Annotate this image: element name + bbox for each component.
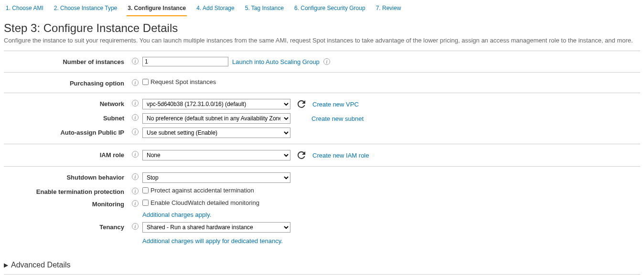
tab-choose-ami[interactable]: 1. Choose AMI (5, 3, 44, 16)
monitoring-checkbox[interactable] (142, 200, 149, 206)
create-vpc-link[interactable]: Create new VPC (312, 101, 359, 108)
label-shutdown-behavior: Shutdown behavior (4, 172, 128, 181)
number-of-instances-input[interactable] (142, 57, 228, 66)
label-iam-role: IAM role (4, 150, 128, 159)
info-icon[interactable]: i (132, 128, 139, 135)
page-description: Configure the instance to suit your requ… (4, 37, 640, 44)
monitoring-label[interactable]: Enable CloudWatch detailed monitoring (142, 199, 259, 206)
info-icon[interactable]: i (323, 58, 330, 65)
tab-configure-instance[interactable]: 3. Configure Instance (127, 3, 187, 16)
create-subnet-link[interactable]: Create new subnet (311, 115, 364, 122)
info-icon[interactable]: i (132, 223, 139, 230)
info-icon[interactable]: i (132, 100, 139, 107)
termination-protection-checkbox[interactable] (142, 187, 149, 193)
tenancy-select[interactable]: Shared - Run a shared hardware instance (142, 222, 290, 233)
info-icon[interactable]: i (132, 79, 139, 86)
info-icon[interactable]: i (132, 173, 139, 180)
iam-role-select[interactable]: None (142, 150, 290, 160)
label-auto-assign-ip: Auto-assign Public IP (4, 128, 128, 136)
label-tenancy: Tenancy (4, 222, 128, 231)
spot-instances-checkbox[interactable] (142, 79, 149, 85)
info-icon[interactable]: i (132, 188, 139, 194)
label-subnet: Subnet (4, 113, 128, 122)
tab-tag-instance[interactable]: 5. Tag Instance (244, 3, 285, 16)
info-icon[interactable]: i (132, 200, 139, 207)
termination-protection-label[interactable]: Protect against accidental termination (142, 187, 254, 194)
shutdown-behavior-select[interactable]: Stop (142, 172, 290, 183)
tab-review[interactable]: 7. Review (375, 3, 402, 16)
info-icon[interactable]: i (132, 58, 139, 64)
tab-choose-instance-type[interactable]: 2. Choose Instance Type (53, 3, 118, 16)
tenancy-charges-link[interactable]: Additional charges will apply for dedica… (142, 237, 283, 245)
network-select[interactable]: vpc-5d640b38 (172.31.0.0/16) (default) (142, 99, 290, 109)
label-network: Network (4, 99, 128, 107)
monitoring-charges-link[interactable]: Additional charges apply. (142, 211, 211, 218)
launch-asg-link[interactable]: Launch into Auto Scaling Group (232, 58, 320, 65)
chevron-right-icon: ▶ (4, 262, 8, 268)
refresh-icon[interactable] (297, 151, 306, 160)
label-monitoring: Monitoring (4, 199, 128, 208)
tab-security-group[interactable]: 6. Configure Security Group (293, 3, 366, 16)
tab-add-storage[interactable]: 4. Add Storage (195, 3, 235, 16)
label-termination-protection: Enable termination protection (4, 187, 128, 195)
page-title: Step 3: Configure Instance Details (4, 21, 640, 35)
create-iam-link[interactable]: Create new IAM role (312, 152, 369, 159)
spot-instances-label[interactable]: Request Spot instances (142, 78, 216, 85)
label-number-of-instances: Number of instances (4, 57, 128, 65)
auto-assign-ip-select[interactable]: Use subnet setting (Enable) (142, 128, 290, 138)
info-icon[interactable]: i (132, 114, 139, 121)
refresh-icon[interactable] (297, 100, 306, 108)
subnet-select[interactable]: No preference (default subnet in any Ava… (142, 113, 290, 124)
label-purchasing-option: Purchasing option (4, 78, 128, 87)
wizard-tabs: 1. Choose AMI 2. Choose Instance Type 3.… (0, 0, 644, 17)
info-icon[interactable]: i (132, 151, 139, 158)
advanced-details-toggle[interactable]: ▶ Advanced Details (4, 261, 640, 269)
